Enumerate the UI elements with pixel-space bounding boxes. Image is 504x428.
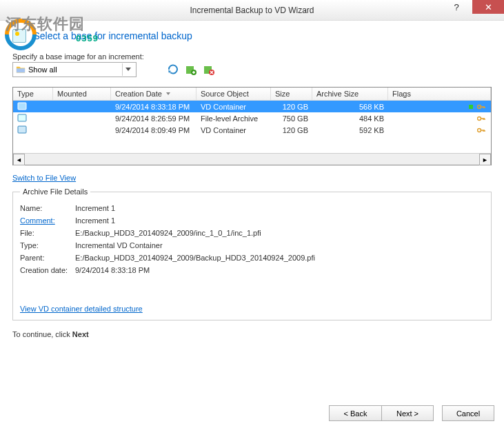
cancel-button[interactable]: Cancel — [442, 405, 494, 421]
table-row[interactable]: 9/24/2014 8:09:49 PMVD Container120 GB59… — [13, 124, 491, 136]
cell-date: 9/24/2014 8:26:59 PM — [111, 114, 196, 123]
cell-source: File-level Archive — [196, 114, 271, 123]
detail-parent-label: Parent: — [20, 254, 75, 262]
detail-type-value: Incremental VD Container — [75, 241, 163, 249]
key-icon — [477, 115, 485, 122]
dropdown-value: Show all — [28, 65, 57, 74]
chevron-down-icon — [122, 63, 133, 76]
detail-name-value: Increment 1 — [75, 204, 115, 212]
filter-dropdown[interactable]: Show all — [12, 62, 137, 77]
svg-point-9 — [478, 128, 481, 132]
sort-desc-icon — [166, 92, 170, 95]
detail-cdate-label: Creation date: — [20, 266, 75, 274]
key-icon — [477, 103, 485, 110]
svg-point-7 — [478, 116, 481, 120]
cell-archive-size: 568 KB — [312, 103, 388, 111]
file-archive-icon — [17, 114, 27, 122]
scroll-left-icon[interactable]: ◄ — [13, 154, 25, 165]
th-type[interactable]: Type — [13, 88, 53, 100]
next-button[interactable]: Next > — [381, 405, 434, 421]
archive-table: Type Mounted Creation Date Source Object… — [12, 87, 492, 165]
detail-comment-value: Increment 1 — [75, 216, 115, 225]
table-row[interactable]: 9/24/2014 8:33:18 PMVD Container120 GB56… — [13, 101, 491, 112]
switch-file-view-link[interactable]: Switch to File View — [12, 174, 76, 182]
th-creation-date[interactable]: Creation Date — [111, 88, 196, 100]
scrollbar-track[interactable] — [25, 154, 479, 165]
folder-icon — [16, 65, 26, 74]
svg-rect-4 — [18, 103, 26, 110]
detail-type-label: Type: — [20, 241, 75, 249]
svg-point-5 — [478, 105, 481, 108]
key-icon — [477, 127, 485, 134]
help-button[interactable]: ? — [441, 0, 472, 14]
scroll-right-icon[interactable]: ► — [479, 154, 491, 165]
close-button[interactable]: ✕ — [472, 0, 504, 14]
detail-file-value: E:/Backup_HDD3_20140924_2009/inc_1_0_1/i… — [75, 229, 261, 237]
th-flags[interactable]: Flags — [388, 88, 491, 100]
vd-container-icon — [17, 102, 27, 110]
cell-source: VD Container — [196, 103, 271, 111]
cell-size: 120 GB — [271, 103, 312, 111]
remove-archive-button[interactable] — [203, 63, 215, 76]
back-button[interactable]: < Back — [329, 405, 381, 421]
th-source[interactable]: Source Object — [196, 88, 271, 100]
table-header: Type Mounted Creation Date Source Object… — [13, 88, 491, 101]
watermark-subtext: 0359 — [76, 33, 99, 43]
cell-date: 9/24/2014 8:33:18 PM — [111, 103, 196, 111]
refresh-button[interactable] — [167, 63, 179, 76]
detail-name-label: Name: — [20, 204, 75, 212]
table-row[interactable]: 9/24/2014 8:26:59 PMFile-level Archive75… — [13, 112, 491, 124]
detail-file-label: File: — [20, 229, 75, 237]
th-archive-size[interactable]: Archive Size — [312, 88, 388, 100]
vd-container-icon — [17, 125, 27, 134]
detail-cdate-value: 9/24/2014 8:33:18 PM — [75, 266, 150, 274]
th-size[interactable]: Size — [271, 88, 312, 100]
comment-link[interactable]: Comment: — [20, 216, 75, 225]
specify-label: Specify a base image for an increment: — [12, 52, 492, 61]
flag-green-icon — [469, 105, 473, 109]
horizontal-scrollbar[interactable]: ◄ ► — [13, 153, 491, 165]
add-archive-button[interactable] — [185, 63, 197, 76]
cell-size: 120 GB — [271, 126, 312, 134]
th-mounted[interactable]: Mounted — [53, 88, 111, 100]
details-legend: Archive File Details — [20, 187, 90, 196]
svg-rect-8 — [18, 126, 26, 133]
cell-date: 9/24/2014 8:09:49 PM — [111, 126, 196, 134]
detail-parent-value: E:/Backup_HDD3_20140924_2009/Backup_HDD3… — [75, 254, 315, 262]
cell-archive-size: 484 KB — [312, 114, 388, 123]
cell-size: 750 GB — [271, 114, 312, 123]
archive-details-group: Archive File Details Name:Increment 1 Co… — [12, 187, 492, 320]
view-structure-link[interactable]: View VD container detailed structure — [20, 305, 143, 313]
footer-instruction: To continue, click Next — [12, 330, 492, 338]
watermark-text: 河东软件园 — [6, 14, 85, 34]
cell-source: VD Container — [196, 126, 271, 134]
svg-rect-6 — [18, 114, 26, 121]
cell-archive-size: 592 KB — [312, 126, 388, 134]
